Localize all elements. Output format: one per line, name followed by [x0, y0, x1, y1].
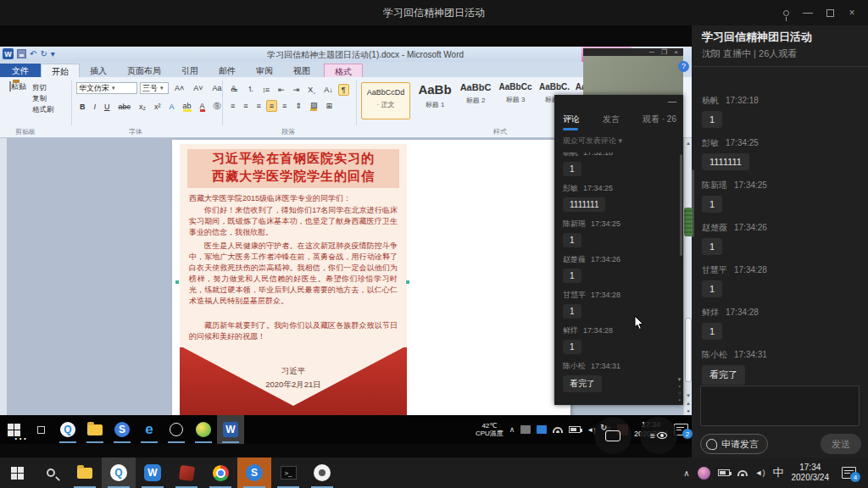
format-painter-button[interactable]: 格式刷	[32, 104, 54, 115]
italic-button[interactable]: I	[91, 101, 100, 113]
taskbar-chrome[interactable]	[203, 458, 237, 488]
tray-chevron-icon[interactable]: ∧	[683, 469, 689, 478]
superscript-button[interactable]: x²	[151, 101, 164, 113]
highlight-button[interactable]: ab	[180, 100, 195, 114]
search-icon[interactable]	[34, 458, 68, 488]
selection-handle[interactable]	[405, 280, 410, 285]
taskbar-qq-browser[interactable]: Q	[102, 458, 136, 488]
text-effects-button[interactable]: A	[166, 101, 178, 113]
copy-button[interactable]: 复制	[32, 93, 54, 104]
share-screen-button[interactable]	[594, 417, 632, 454]
sort-button[interactable]: A↓	[320, 84, 337, 96]
speaker-icon[interactable]: ◄)	[755, 469, 765, 477]
tab-file[interactable]: 文件	[0, 64, 41, 77]
taskbar-red-app[interactable]	[170, 458, 203, 488]
inner-taskbar-edge[interactable]: e	[136, 415, 163, 444]
ime-indicator[interactable]: 中	[773, 465, 784, 480]
align-right-button[interactable]: ≡	[253, 100, 264, 112]
tab-view[interactable]: 视图	[283, 64, 320, 77]
maximize-button[interactable]	[819, 3, 841, 22]
inner-taskbar-360-browser[interactable]	[190, 415, 217, 444]
inner-taskbar-messenger[interactable]	[163, 415, 190, 444]
browse-prev-icon[interactable]: ▲	[684, 400, 693, 408]
chat-input[interactable]	[700, 385, 860, 426]
panel-tab-speak[interactable]: 发言	[603, 114, 620, 125]
tab-mailings[interactable]: 邮件	[209, 64, 246, 77]
show-marks-button[interactable]: ¶	[338, 84, 349, 96]
inner-taskbar-file-explorer[interactable]	[81, 415, 108, 444]
tab-insert[interactable]: 插入	[80, 64, 117, 77]
underline-button[interactable]: U	[101, 101, 114, 113]
inner-wifi-icon[interactable]	[553, 427, 563, 433]
request-speak-button[interactable]: 申请发言	[700, 434, 768, 454]
shrink-font-button[interactable]: A˅	[190, 82, 206, 94]
battery-icon[interactable]	[718, 469, 730, 476]
taskbar-wps[interactable]: W	[136, 458, 170, 488]
distribute-button[interactable]: ≡	[279, 100, 290, 112]
decrease-indent-button[interactable]: ⇤	[275, 84, 288, 96]
send-button[interactable]: 发送	[821, 434, 861, 454]
increase-indent-button[interactable]: ⇥	[290, 84, 303, 96]
word-scrollbar[interactable]: ▲ ▼ ▲ ● ▼	[683, 138, 692, 423]
scrollbar-thumb[interactable]	[685, 318, 692, 382]
grow-font-button[interactable]: A˄	[171, 82, 187, 94]
taskbar-clock[interactable]: 17:342020/3/24	[792, 463, 830, 483]
undo-icon[interactable]: ↶	[30, 49, 36, 58]
stream-more-icon[interactable]: ⋯	[14, 430, 29, 446]
qat-dropdown-icon[interactable]: ▾	[51, 49, 55, 58]
align-center-button[interactable]: ≡	[240, 100, 251, 112]
multilevel-list-button[interactable]: ⁝≡	[259, 84, 273, 96]
style-heading2[interactable]: AaBbC 标题 2	[458, 82, 493, 119]
panel-tab-comments[interactable]: 评论	[563, 114, 580, 125]
font-size-combo[interactable]: 三号▾	[140, 82, 169, 94]
paste-button[interactable]: 粘贴	[5, 81, 31, 125]
strikethrough-button[interactable]: abc	[115, 101, 135, 113]
align-left-button[interactable]: ≡	[227, 100, 238, 112]
inner-taskbar-word[interactable]: W	[217, 415, 244, 444]
tab-home[interactable]: 开始	[41, 64, 80, 77]
line-spacing-button[interactable]: ⇕	[292, 100, 305, 112]
tray-app-icon[interactable]	[698, 467, 710, 480]
inner-tray-shield-icon[interactable]	[537, 425, 547, 434]
save-icon[interactable]	[17, 49, 26, 58]
tab-format[interactable]: 格式	[324, 64, 363, 77]
inner-taskbar-sogou[interactable]: S	[108, 415, 136, 444]
shading-button[interactable]: ▨	[307, 99, 321, 113]
taskbar-music-app[interactable]	[305, 458, 339, 488]
taskbar-active-app[interactable]: S	[237, 458, 271, 488]
start-button[interactable]	[0, 458, 34, 488]
font-color-button[interactable]: A	[197, 100, 209, 114]
toggle-comments-button[interactable]: ≡	[640, 417, 677, 454]
panel-scroll-buttons[interactable]: ▼▪○▪	[676, 376, 683, 403]
justify-button[interactable]: ≡	[266, 100, 277, 112]
asian-layout-button[interactable]: X˯	[304, 84, 319, 96]
bold-button[interactable]: B	[76, 101, 89, 113]
inner-battery-icon[interactable]	[569, 426, 581, 433]
browse-select-icon[interactable]: ●	[684, 408, 693, 415]
panel-minimize-icon[interactable]: —	[668, 97, 676, 106]
numbering-button[interactable]: ⒈	[243, 82, 258, 97]
inner-taskbar-qq-browser[interactable]: Q	[54, 415, 81, 444]
scroll-up-icon[interactable]: ▲	[684, 138, 693, 148]
tab-references[interactable]: 引用	[171, 64, 209, 77]
minimize-button[interactable]: —	[797, 3, 819, 22]
font-name-combo[interactable]: 华文仿宋▾	[76, 82, 137, 94]
style-heading3[interactable]: AaBbCc 标题 3	[497, 82, 534, 119]
panel-drag-bar[interactable]: —	[554, 95, 683, 108]
tab-review[interactable]: 审阅	[246, 64, 283, 77]
letter-image[interactable]: 习近平给在首钢医院实习的 西藏大学医学院学生的回信 西藏大学医学院2015级临床…	[180, 144, 407, 420]
scroll-down-icon[interactable]: ▼	[684, 392, 693, 400]
camera-window-controls[interactable]: ─ ❐ ×	[649, 48, 681, 56]
camera-preview[interactable]: ─ ❐ ×	[583, 48, 683, 97]
cpu-temp-widget[interactable]: 42℃CPU温度	[476, 422, 504, 437]
pin-icon[interactable]	[775, 3, 797, 22]
redo-icon[interactable]: ↻	[40, 49, 47, 58]
panel-scrollbar[interactable]	[680, 154, 682, 256]
wifi-icon[interactable]	[737, 470, 748, 476]
panel-tab-watch[interactable]: 观看 · 26	[643, 114, 676, 125]
style-normal[interactable]: AaBbCcDd · 正文	[361, 82, 410, 119]
inner-task-view-button[interactable]	[27, 415, 54, 444]
subscript-button[interactable]: x₂	[136, 101, 149, 113]
borders-button[interactable]: ⊞	[322, 100, 336, 112]
style-heading1[interactable]: AaBb 标题 1	[415, 82, 454, 119]
